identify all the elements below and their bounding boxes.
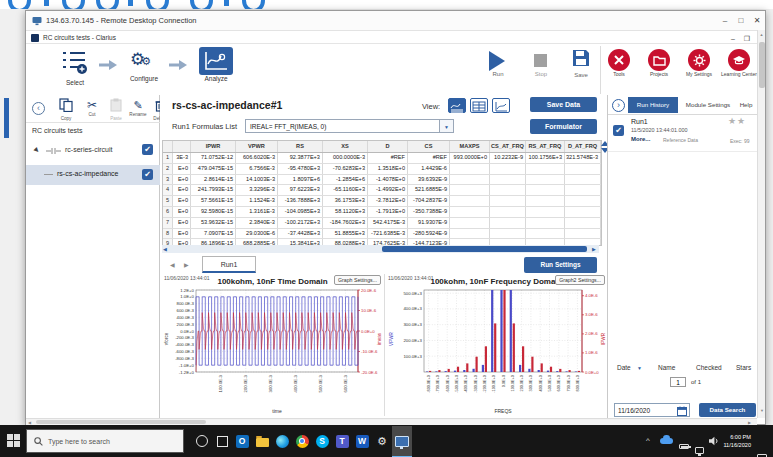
- column-header-CS[interactable]: CS: [408, 141, 450, 152]
- table-row[interactable]: 8E+07.0907E-1529.0300E-6-37.4428E+351.88…: [163, 229, 601, 240]
- taskbar-app-teams-icon[interactable]: T: [332, 426, 352, 456]
- taskbar-app-outlook-icon[interactable]: O: [232, 426, 252, 456]
- taskbar-clock[interactable]: 6:00 PM 11/16/2020: [719, 433, 751, 449]
- view-combined-button[interactable]: [448, 98, 466, 113]
- network-icon[interactable]: [695, 447, 704, 454]
- save-button[interactable]: Save: [564, 49, 598, 91]
- tree-item-checkbox[interactable]: ✔: [142, 144, 153, 155]
- run-history-entry[interactable]: ✔ Run1 11/5/2020 13:44:01.000 More... Re…: [608, 116, 757, 150]
- taskbar-app-cortana-icon[interactable]: [192, 426, 212, 456]
- tree-item-checkbox[interactable]: ✔: [142, 169, 153, 180]
- run-settings-button[interactable]: Run Settings: [524, 257, 597, 273]
- rename-button[interactable]: ✎ Rename: [126, 98, 150, 117]
- start-button[interactable]: [7, 434, 20, 447]
- time-domain-chart[interactable]: 11/06/2020 13:44:01 100kohm, 10nF Time D…: [162, 274, 383, 416]
- view-sheet-button[interactable]: [470, 98, 488, 113]
- more-link[interactable]: More...: [631, 136, 650, 142]
- column-header-VPWR[interactable]: VPWR: [236, 141, 278, 152]
- nav-my-settings[interactable]: My Settings: [677, 49, 721, 93]
- workflow-step-analyze[interactable]: Analyze: [194, 47, 238, 93]
- table-row[interactable]: 5E+057.5661E-151.1524E-3-136.7888E+336.1…: [163, 196, 601, 207]
- column-header-RS[interactable]: RS: [278, 141, 323, 152]
- volume-icon[interactable]: [709, 436, 719, 446]
- tab-module-settings[interactable]: Module Settings: [680, 97, 736, 113]
- back-button[interactable]: ‹: [32, 102, 45, 115]
- tree-item-rs-cs-ac-impedance[interactable]: rs-cs-ac-impedance ✔: [26, 165, 160, 185]
- taskbar-app-chrome-icon[interactable]: [292, 426, 312, 456]
- scroll-left-icon[interactable]: ◀: [163, 246, 167, 252]
- date-search-field[interactable]: 11/16/2020: [614, 403, 690, 417]
- table-row[interactable]: 7E+053.9632E-152.3840E-3-100.2172E+3-184…: [163, 218, 601, 229]
- window-hscrollbar[interactable]: ◀ ▶: [26, 418, 757, 425]
- tab-scroll-right-icon[interactable]: ▶: [184, 261, 189, 268]
- workflow-step-select[interactable]: Select: [53, 49, 97, 93]
- table-row[interactable]: 13E-371.0752E-12606.6020E-392.3877E+3000…: [163, 153, 601, 164]
- battery-icon[interactable]: [679, 444, 689, 449]
- rdp-close-button[interactable]: ✕: [750, 14, 764, 27]
- column-header-D_AT_FRQ[interactable]: D_AT_FRQ: [565, 141, 601, 152]
- scroll-right-icon[interactable]: ▶: [592, 246, 596, 252]
- run-button[interactable]: Run: [481, 51, 515, 91]
- column-header-IPWR[interactable]: IPWR: [191, 141, 236, 152]
- date-filter-icon[interactable]: ▼: [637, 365, 642, 371]
- data-search-button[interactable]: Data Search: [699, 403, 756, 417]
- onedrive-cloud-icon[interactable]: [660, 438, 673, 444]
- table-row[interactable]: 2E+0479.0475E-156.7566E-3-95.4780E+3-70.…: [163, 164, 601, 175]
- tree-expander-icon[interactable]: ▶: [33, 145, 41, 153]
- calendar-icon[interactable]: [677, 406, 687, 416]
- table-row[interactable]: 4E+0241.7993E-153.3296E-397.6223E+3-65.1…: [163, 185, 601, 196]
- taskbar-app-file-explorer-icon[interactable]: [252, 426, 272, 456]
- column-header-blank[interactable]: [163, 141, 173, 152]
- page-number-input[interactable]: [670, 377, 686, 387]
- taskbar-app-word-icon[interactable]: W: [352, 426, 372, 456]
- rdp-maximize-button[interactable]: □: [734, 14, 748, 27]
- nav-tools[interactable]: Tools: [597, 49, 641, 93]
- workflow-step-configure[interactable]: ⚙⚙ Configure: [122, 49, 166, 93]
- formula-input[interactable]: IREAL= FFT_R(IMEAS, 0): [245, 119, 440, 133]
- table-row[interactable]: 3E+02.8614E-1514.1003E-31.8097E+6-1.2854…: [163, 175, 601, 186]
- taskbar-app-remote-desktop-icon[interactable]: [392, 426, 412, 457]
- save-data-button[interactable]: Save Data: [530, 97, 597, 112]
- formula-dropdown-button[interactable]: ▼: [440, 119, 454, 133]
- column-header-blank[interactable]: [173, 141, 191, 152]
- filter-col-checked[interactable]: Checked: [696, 364, 722, 371]
- star-rating-icon[interactable]: ★★: [728, 116, 746, 126]
- tab-run1[interactable]: Run1: [202, 256, 256, 273]
- tray-expand-icon[interactable]: ^: [646, 436, 650, 445]
- taskbar-app-edge-icon[interactable]: [272, 426, 292, 456]
- tab-run-history[interactable]: Run History: [628, 97, 678, 113]
- graph2-settings-button[interactable]: Graph2 Settings...: [555, 275, 605, 285]
- table-hscrollbar[interactable]: ◀ ▶: [162, 245, 599, 253]
- vscroll-up-icon[interactable]: ▲: [758, 32, 765, 37]
- vscroll-down-icon[interactable]: ▼: [758, 408, 766, 413]
- nav-projects[interactable]: Projects: [637, 49, 681, 93]
- run-entry-checkbox[interactable]: ✔: [613, 125, 624, 136]
- taskbar-app-settings-icon[interactable]: ⚙: [372, 426, 392, 456]
- column-header-RS_AT_FRQ[interactable]: RS_AT_FRQ: [526, 141, 565, 152]
- filter-col-date[interactable]: Date: [617, 364, 631, 371]
- view-graph-button[interactable]: [492, 98, 510, 113]
- column-header-D[interactable]: D: [368, 141, 408, 152]
- collapse-panel-button[interactable]: ›: [612, 99, 625, 112]
- filter-col-stars[interactable]: Stars: [736, 364, 751, 371]
- nav-learning-center[interactable]: Learning Center: [717, 49, 761, 93]
- column-header-XS[interactable]: XS: [323, 141, 368, 152]
- window-vscrollbar[interactable]: ▲ ▼: [757, 30, 765, 418]
- column-header-CS_AT_FRQ[interactable]: CS_AT_FRQ: [490, 141, 526, 152]
- cut-button[interactable]: ✂ Cut: [80, 98, 104, 117]
- window-hscroll-thumb[interactable]: [36, 420, 206, 424]
- tree-item-rc-series-circuit[interactable]: ▶ rc-series-circuit ✔: [26, 141, 160, 161]
- formulator-button[interactable]: Formulator: [530, 119, 597, 134]
- copy-button[interactable]: Copy: [54, 98, 78, 121]
- tab-help[interactable]: Help: [736, 97, 756, 113]
- hscroll-thumb[interactable]: [382, 246, 587, 252]
- paste-button[interactable]: Paste: [104, 98, 128, 121]
- tab-scroll-left-icon[interactable]: ◀: [170, 261, 175, 268]
- vscroll-thumb[interactable]: [759, 42, 765, 88]
- search-input[interactable]: Type here to search: [26, 429, 184, 453]
- filter-col-name[interactable]: Name: [658, 364, 675, 371]
- stop-button[interactable]: Stop: [524, 51, 558, 91]
- column-header-MAXPS[interactable]: MAXPS: [450, 141, 490, 152]
- table-row[interactable]: 6E+092.5980E-151.3161E-3-104.0985E+358.1…: [163, 207, 601, 218]
- graph1-settings-button[interactable]: Graph Settings...: [334, 275, 381, 285]
